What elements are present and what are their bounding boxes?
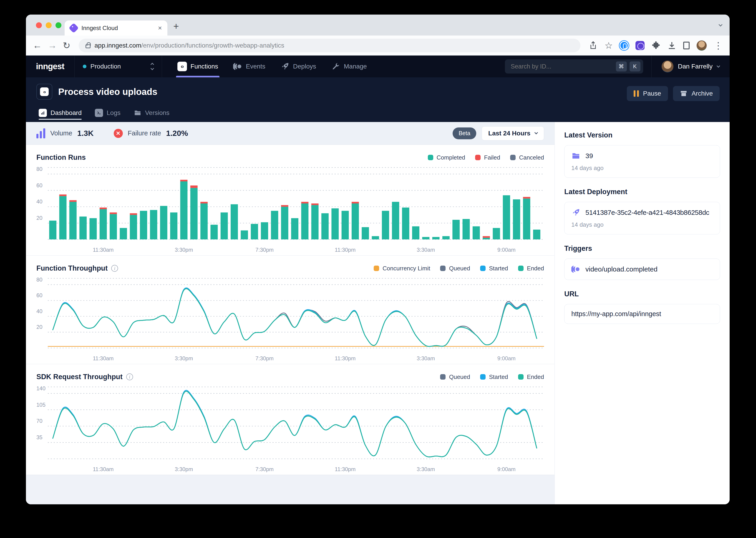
inngest-logo[interactable]: inngest (26, 56, 74, 78)
environment-name: Production (90, 63, 147, 70)
new-tab-button[interactable]: + (173, 20, 179, 33)
address-bar[interactable]: app.inngest.com/env/production/functions… (79, 39, 581, 52)
beta-badge: Beta (452, 128, 476, 139)
function-runs-chart: 2040608011:30am3:30pm7:30pm11:30pm3:30am… (36, 164, 544, 255)
folder-icon (134, 109, 141, 117)
svg-text:60: 60 (36, 292, 42, 298)
event-icon (571, 265, 581, 274)
legend-queued: Queued (440, 265, 470, 272)
function-icon: ‹› (36, 84, 52, 100)
svg-text:11:30am: 11:30am (93, 355, 114, 361)
svg-text:3:30pm: 3:30pm (175, 247, 193, 253)
browser-profile-avatar[interactable] (696, 40, 707, 51)
legend-failed: Failed (475, 154, 500, 161)
svg-text:7:30pm: 7:30pm (256, 466, 274, 472)
svg-text:11:30pm: 11:30pm (335, 355, 356, 361)
chevron-down-icon (717, 64, 720, 68)
svg-text:9:00am: 9:00am (497, 355, 516, 361)
svg-text:105: 105 (36, 402, 45, 408)
minimize-window-button[interactable] (46, 22, 52, 28)
chart-title: Function Throughput (36, 264, 108, 272)
latest-deployment-time: 14 days ago (571, 221, 713, 228)
forward-icon[interactable]: → (48, 40, 57, 51)
triggers-group: Triggers video/upload.completed (564, 244, 720, 280)
chart-legend: Concurrency LimitQueuedStartedEnded (374, 265, 544, 272)
pause-icon (634, 90, 639, 97)
browser-menu-icon[interactable]: ⋮ (714, 40, 723, 51)
info-icon[interactable]: i (126, 373, 133, 380)
chart-legend: CompletedFailedCanceled (428, 154, 544, 161)
triggers-title: Triggers (564, 244, 720, 253)
user-name: Dan Farrelly (678, 63, 713, 70)
back-icon[interactable]: ← (33, 40, 42, 51)
reload-icon[interactable]: ↻ (63, 40, 71, 51)
extensions-puzzle-icon[interactable] (651, 41, 660, 50)
downloads-icon[interactable] (667, 41, 677, 50)
sidebar-toggle-icon[interactable] (683, 42, 689, 49)
archive-button[interactable]: Archive (673, 86, 720, 101)
trigger-card[interactable]: video/upload.completed (564, 258, 720, 280)
time-range-dropdown[interactable]: Last 24 Hours (482, 126, 544, 140)
folder-icon (571, 151, 581, 160)
svg-text:40: 40 (36, 308, 42, 314)
inngest-favicon (69, 23, 79, 33)
function-url: https://my-app.com/api/inngest (571, 310, 661, 318)
info-icon[interactable]: i (111, 265, 118, 272)
latest-version-time: 14 days ago (571, 165, 713, 172)
chevron-down-icon (535, 131, 538, 134)
tab-title: Inngest Cloud (81, 25, 154, 31)
browser-tab[interactable]: Inngest Cloud × (65, 21, 167, 35)
latest-deployment-card[interactable]: 5141387e-35c2-4efe-a421-4843b86258dc 14 … (564, 202, 720, 235)
share-icon[interactable] (589, 41, 598, 50)
tab-close-icon[interactable]: × (158, 24, 162, 32)
pause-button[interactable]: Pause (627, 86, 668, 101)
tab-dashboard[interactable]: Dashboard (39, 109, 82, 122)
purple-extension-icon[interactable] (636, 41, 644, 50)
latest-version-value: 39 (586, 152, 593, 160)
svg-text:3:30am: 3:30am (417, 247, 435, 253)
nav-item-manage[interactable]: Manage (325, 56, 373, 78)
svg-text:80: 80 (36, 277, 42, 283)
search-box[interactable]: ⌘ K (505, 59, 643, 74)
function-sidebar: Latest Version 39 14 days ago Latest Dep… (554, 122, 730, 504)
k-key-badge: K (630, 61, 640, 72)
svg-text:20: 20 (36, 215, 42, 221)
latest-deployment-title: Latest Deployment (564, 188, 720, 196)
environment-selector[interactable]: Production (74, 56, 162, 78)
user-avatar (662, 61, 674, 72)
svg-text:3:30am: 3:30am (417, 466, 435, 472)
svg-text:11:30pm: 11:30pm (335, 247, 356, 253)
url-card[interactable]: https://my-app.com/api/inngest (564, 304, 720, 324)
tab-search-chevron-icon[interactable] (719, 23, 722, 27)
svg-text:3:30pm: 3:30pm (175, 355, 193, 361)
password-manager-extension-icon[interactable] (620, 41, 629, 50)
sdk-throughput-section: SDK Request Throughput i QueuedStartedEn… (26, 364, 554, 475)
user-menu[interactable]: Dan Farrelly (651, 56, 730, 78)
svg-text:40: 40 (36, 198, 42, 205)
function-throughput-section: Function Throughput i Concurrency LimitQ… (26, 255, 554, 364)
search-input[interactable] (511, 63, 613, 70)
app-navbar: inngest Production ‹›FunctionsEventsDepl… (26, 56, 730, 78)
zoom-window-button[interactable] (56, 22, 62, 28)
url-group: URL https://my-app.com/api/inngest (564, 290, 720, 324)
bookmark-star-icon[interactable]: ☆ (604, 40, 613, 51)
svg-text:9:00am: 9:00am (497, 247, 516, 253)
bottom-strip (26, 475, 554, 504)
url-text: app.inngest.com/env/production/functions… (95, 42, 284, 49)
tab-versions[interactable]: Versions (134, 109, 169, 122)
latest-version-card[interactable]: 39 14 days ago (564, 145, 720, 178)
nav-item-deploys[interactable]: Deploys (274, 56, 322, 78)
chart-title: SDK Request Throughput (36, 373, 122, 381)
close-window-button[interactable] (36, 22, 42, 28)
svg-text:11:30am: 11:30am (93, 247, 114, 253)
svg-text:7:30pm: 7:30pm (256, 247, 274, 253)
tab-logs[interactable]: Logs (95, 109, 120, 122)
url-title: URL (564, 290, 720, 298)
cmd-key-badge: ⌘ (616, 61, 627, 72)
chart-legend: QueuedStartedEnded (440, 373, 544, 381)
failure-rate-value: 1.20% (166, 129, 188, 138)
function-header: ‹› Process video uploads DashboardLogsVe… (26, 78, 730, 122)
nav-item-functions[interactable]: ‹›Functions (171, 56, 224, 78)
browser-tab-strip: Inngest Cloud × + (26, 15, 730, 35)
nav-item-events[interactable]: Events (227, 56, 272, 78)
